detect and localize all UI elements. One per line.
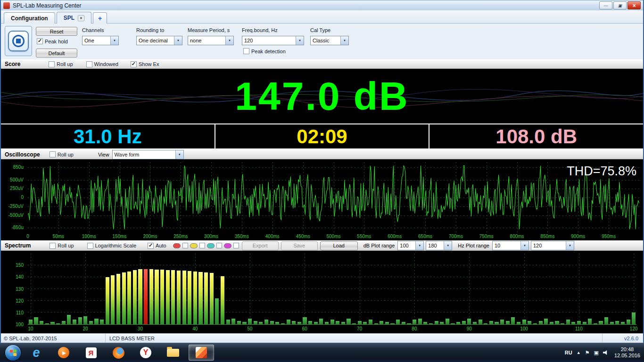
- taskbar-item-firefox[interactable]: [107, 343, 130, 362]
- peak-hold-checkbox[interactable]: ✓ Peak hold: [37, 38, 68, 44]
- spec-y-label: 150: [16, 263, 24, 268]
- taskbar-item-spl-lab-active[interactable]: [189, 345, 214, 361]
- freq-bound-select[interactable]: 120 ▼: [242, 36, 304, 45]
- save-button[interactable]: Save: [281, 241, 318, 250]
- spectrum-bar: [303, 317, 306, 324]
- spec-gridline: [579, 254, 579, 324]
- osc-x-label: 500ms: [326, 234, 340, 239]
- export-button[interactable]: Export: [242, 241, 279, 250]
- db-range-from-select[interactable]: 100 ▼: [397, 241, 424, 250]
- spectrum-display: 100110120130140150 102030405060708090100…: [1, 251, 643, 333]
- cal-type-select[interactable]: Classic ▼: [310, 36, 349, 45]
- select-value: 120: [242, 36, 296, 45]
- channels-select[interactable]: One ▼: [82, 36, 119, 45]
- series-checkbox[interactable]: [233, 243, 239, 248]
- start-stop-button[interactable]: [8, 31, 29, 51]
- rounding-select[interactable]: One decimal ▼: [136, 36, 182, 45]
- spectrum-bar: [215, 298, 219, 324]
- rounding-label: Rounding to: [136, 27, 164, 33]
- taskbar-item-y-browser[interactable]: Y: [134, 343, 157, 362]
- tab-close-icon[interactable]: ×: [78, 15, 84, 21]
- show-ex-checkbox[interactable]: ✓ Show Ex: [131, 61, 159, 67]
- select-value: Classic: [311, 36, 340, 45]
- spectrum-rollup-checkbox[interactable]: Roll up: [50, 243, 74, 249]
- series-color-swatch[interactable]: [207, 243, 215, 248]
- spectrum-bar: [254, 321, 257, 325]
- hz-range-from-select[interactable]: 10 ▼: [492, 241, 529, 250]
- series-color-swatch[interactable]: [190, 243, 198, 248]
- start-button[interactable]: [1, 343, 25, 362]
- media-player-icon: ▶: [58, 347, 69, 358]
- auto-checkbox[interactable]: ✓ Auto: [148, 243, 166, 249]
- osc-x-label: 700ms: [449, 234, 463, 239]
- peak-detection-checkbox[interactable]: Peak detection: [243, 48, 286, 54]
- clock[interactable]: 20:48 12.05.2016: [614, 346, 640, 359]
- show-hidden-icons-chevron[interactable]: ▲: [577, 351, 581, 355]
- taskbar-item-yandex[interactable]: Я: [79, 343, 103, 362]
- spectrum-bar: [231, 319, 235, 325]
- taskbar-item-internet-explorer[interactable]: e: [25, 343, 48, 362]
- taskbar-item-explorer[interactable]: [161, 343, 185, 362]
- select-value: 120: [531, 241, 566, 250]
- series-checkbox[interactable]: [199, 243, 205, 248]
- checkbox-box: [50, 151, 56, 157]
- spectrum-bar: [555, 321, 559, 325]
- volume-icon[interactable]: [603, 350, 608, 355]
- yandex-icon: Я: [86, 347, 97, 358]
- log-scale-checkbox[interactable]: Logarithmic Scale: [87, 243, 136, 249]
- series-color-swatch[interactable]: [224, 243, 231, 248]
- view-select[interactable]: Wave form ▼: [112, 150, 184, 159]
- checkbox-box: [86, 61, 92, 67]
- spectrum-bar: [166, 270, 170, 325]
- score-rollup-checkbox[interactable]: Roll up: [49, 61, 73, 67]
- tab-configuration[interactable]: Configuration: [4, 12, 55, 24]
- windowed-checkbox[interactable]: Windowed: [86, 61, 118, 67]
- taskbar-item-media-player[interactable]: ▶: [52, 343, 75, 362]
- osc-x-label: 50ms: [53, 234, 64, 239]
- checkbox-box: ✓: [148, 243, 154, 249]
- spec-x-label: 50: [247, 327, 252, 331]
- spectrum-bar: [528, 321, 531, 325]
- desktop-screen: SPL-Lab Measuring Center — ▣ × Configura…: [0, 0, 644, 362]
- default-button[interactable]: Default: [36, 49, 77, 58]
- add-tab-button[interactable]: +: [93, 12, 107, 24]
- maximize-button[interactable]: ▣: [613, 1, 627, 9]
- spectrum-bar: [479, 320, 482, 324]
- series-checkbox[interactable]: [216, 243, 222, 248]
- action-center-flag-icon[interactable]: ⚑: [585, 350, 590, 355]
- spectrum-bar: [177, 271, 181, 325]
- reset-button[interactable]: Reset: [36, 27, 77, 36]
- spectrum-bar: [308, 321, 312, 325]
- hz-range-to-select[interactable]: 120 ▼: [531, 241, 574, 250]
- series-color-swatch[interactable]: [173, 243, 181, 248]
- db-range-to-select[interactable]: 180 ▼: [426, 241, 452, 250]
- spec-gridline: [414, 254, 415, 324]
- window-controls: — ▣ ×: [599, 1, 641, 9]
- spectrum-bar: [429, 323, 433, 325]
- titlebar[interactable]: SPL-Lab Measuring Center — ▣ ×: [1, 0, 643, 10]
- spectrum-bar: [369, 320, 372, 324]
- language-indicator[interactable]: RU: [565, 350, 572, 355]
- oscilloscope-yaxis: 850u500uV250uV0-250uV-500uV-850u: [1, 162, 25, 233]
- clock-date: 12.05.2016: [614, 353, 640, 359]
- close-button[interactable]: ×: [627, 1, 641, 9]
- spectrum-bar: [242, 322, 246, 324]
- load-button[interactable]: Load: [320, 241, 358, 250]
- device-tray-icon[interactable]: ▣: [594, 350, 599, 355]
- select-value: 10: [493, 241, 520, 250]
- measure-period-select[interactable]: none ▼: [188, 36, 234, 45]
- spectrum-bar: [621, 322, 625, 324]
- series-checkbox[interactable]: [182, 243, 188, 248]
- spectrum-bar: [484, 323, 487, 325]
- spl-lab-icon: [196, 347, 207, 358]
- osc-x-label: 600ms: [388, 234, 402, 239]
- spec-gridline: [524, 254, 525, 324]
- hz-range-label: Hz Plot range: [458, 243, 489, 248]
- spectrum-bar: [456, 322, 460, 324]
- oscilloscope-rollup-checkbox[interactable]: Roll up: [50, 151, 74, 157]
- minimize-button[interactable]: —: [599, 1, 612, 9]
- spectrum-bar: [325, 322, 329, 324]
- osc-y-label: 850u: [13, 165, 24, 170]
- osc-x-label: 100ms: [82, 234, 96, 239]
- tab-spl[interactable]: SPL ×: [57, 12, 91, 24]
